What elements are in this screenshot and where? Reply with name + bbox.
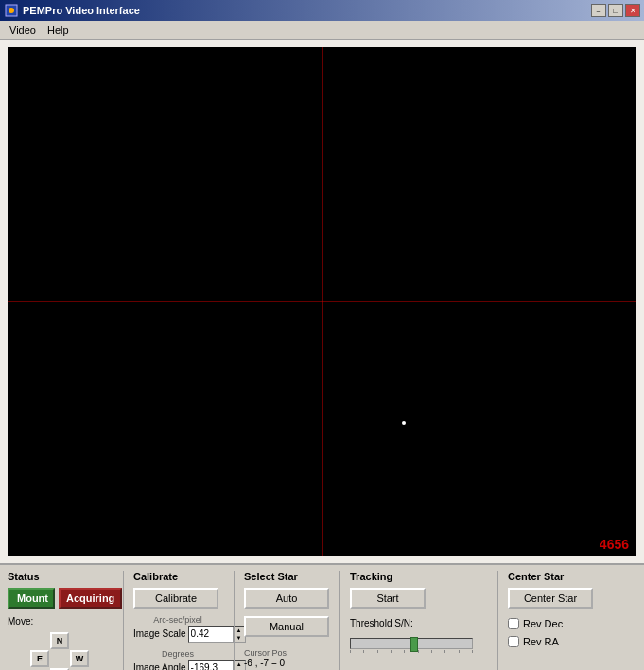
move-west-button[interactable]: W — [70, 650, 89, 667]
rev-dec-row: Rev Dec — [508, 618, 636, 629]
image-angle-row: Image Angle ▲ ▼ — [133, 660, 222, 670]
center-star-section: Center Star Center Star Rev Dec Rev RA — [497, 571, 636, 670]
image-scale-label: Image Scale — [133, 628, 186, 639]
tracking-section: Tracking Start Threshold S/N: — [339, 571, 486, 670]
menu-bar: Video Help — [0, 21, 644, 40]
rev-ra-checkbox[interactable] — [508, 636, 519, 647]
status-buttons-row: Mount Acquiring — [8, 588, 112, 609]
video-display: 4656 — [8, 47, 636, 556]
threshold-label: Threshold S/N: — [350, 618, 486, 628]
image-angle-label: Image Angle — [133, 662, 186, 670]
cursor-pos-group: Cursor Pos -6 , -7 = 0 — [244, 644, 328, 668]
window-controls: – □ ✕ — [591, 4, 640, 17]
manual-button[interactable]: Manual — [244, 616, 329, 637]
calibrate-button[interactable]: Calibrate — [133, 588, 218, 609]
auto-button[interactable]: Auto — [244, 588, 329, 609]
tick-6 — [418, 650, 419, 653]
status-section: Status Mount Acquiring Move: N E W S Tra… — [8, 571, 112, 670]
threshold-slider-container — [350, 638, 486, 653]
image-scale-input[interactable] — [189, 627, 233, 640]
move-label: Move: — [8, 616, 112, 627]
tick-9 — [459, 650, 460, 653]
image-angle-group: Degrees Image Angle ▲ ▼ — [133, 650, 222, 670]
rev-ra-label: Rev RA — [523, 636, 559, 647]
select-star-label: Select Star — [244, 571, 328, 582]
move-ew-row: E W — [8, 650, 112, 667]
crosshair-vertical — [322, 47, 322, 556]
tick-1 — [350, 650, 351, 653]
image-scale-row: Image Scale ▲ ▼ — [133, 626, 222, 643]
rev-dec-label: Rev Dec — [523, 618, 563, 629]
move-north-button[interactable]: N — [50, 632, 69, 649]
start-button[interactable]: Start — [350, 588, 426, 609]
slider-track — [350, 638, 473, 649]
title-bar: PEMPro Video Interface – □ ✕ — [0, 0, 644, 21]
video-frame-number: 4656 — [600, 537, 629, 552]
slider-thumb[interactable] — [410, 637, 418, 652]
close-button[interactable]: ✕ — [625, 4, 640, 17]
svg-point-1 — [9, 8, 14, 13]
image-scale-group: Arc-sec/pixel Image Scale ▲ ▼ — [133, 616, 222, 643]
tick-10 — [472, 650, 473, 653]
move-controls: N E W S — [8, 632, 112, 670]
calibrate-section: Calibrate Calibrate Arc-sec/pixel Image … — [123, 571, 222, 670]
maximize-button[interactable]: □ — [608, 4, 623, 17]
move-east-button[interactable]: E — [30, 650, 49, 667]
rev-ra-row: Rev RA — [508, 636, 636, 647]
tick-4 — [391, 650, 392, 653]
cursor-pos-value: -6 , -7 = 0 — [244, 658, 328, 668]
menu-help[interactable]: Help — [42, 23, 75, 38]
center-star-button[interactable]: Center Star — [508, 588, 593, 609]
menu-video[interactable]: Video — [4, 23, 42, 38]
calibrate-label: Calibrate — [133, 571, 222, 582]
select-star-section: Select Star Auto Manual Cursor Pos -6 , … — [234, 571, 328, 670]
move-north-row: N — [8, 632, 112, 649]
tick-5 — [404, 650, 405, 653]
mount-button[interactable]: Mount — [8, 588, 55, 609]
window-title: PEMPro Video Interface — [23, 5, 591, 16]
cursor-pos-label: Cursor Pos — [244, 648, 328, 658]
minimize-button[interactable]: – — [591, 4, 606, 17]
tracking-label: Tracking — [350, 571, 486, 582]
image-angle-top-label: Degrees — [133, 650, 222, 660]
tick-7 — [431, 650, 432, 653]
status-label: Status — [8, 571, 112, 582]
controls-bar: Status Mount Acquiring Move: N E W S Tra… — [0, 563, 644, 670]
center-star-label: Center Star — [508, 571, 636, 582]
slider-fill — [351, 639, 417, 648]
video-container: 4656 — [0, 40, 644, 563]
tick-8 — [444, 650, 445, 653]
rev-dec-checkbox[interactable] — [508, 618, 519, 629]
image-angle-input[interactable] — [189, 661, 233, 670]
tick-3 — [377, 650, 378, 653]
image-scale-top-label: Arc-sec/pixel — [133, 616, 222, 626]
star-indicator — [402, 421, 406, 425]
acquiring-button[interactable]: Acquiring — [59, 588, 122, 609]
app-icon — [4, 3, 19, 18]
tick-2 — [363, 650, 364, 653]
